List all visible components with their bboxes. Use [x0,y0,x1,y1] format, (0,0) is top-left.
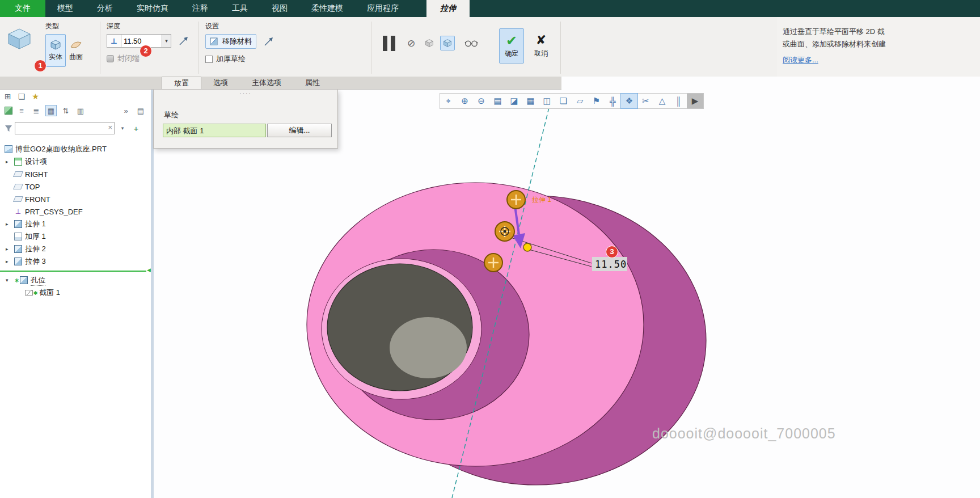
tree-node-extrude-2[interactable]: ▸ 拉伸 2 [0,243,151,255]
tree-node-label: 加厚 1 [25,231,46,242]
favorites-icon[interactable]: ★ [32,92,39,100]
tab-applications[interactable]: 应用程序 [355,0,411,17]
tab-body-options[interactable]: 主体选项 [240,77,293,89]
panel-drag-handle[interactable]: ···· [239,90,251,96]
flip-direction-icon [178,35,189,47]
spin-center-icon[interactable]: ╬ [605,94,621,108]
thicken-sketch-checkbox[interactable] [205,56,213,63]
saved-orientations-icon[interactable]: ❏ [555,94,572,108]
tree-node-csys[interactable]: ⊥ PRT_CSYS_DEF [0,205,151,218]
tree-node-design-items[interactable]: ▸ 设计项 [0,155,151,168]
tab-flexible-modeling[interactable]: 柔性建模 [299,0,355,17]
flip-depth-direction-button[interactable] [177,34,191,48]
tab-live-simulation[interactable]: 实时仿真 [125,0,180,17]
insert-here-locator[interactable]: ◀ [0,268,151,273]
datum-display-icon[interactable]: ▱ [572,94,588,108]
reference-point-handle[interactable] [523,243,531,251]
filter-dropdown-icon[interactable]: ▾ [117,123,128,134]
tab-tools[interactable]: 工具 [220,0,260,17]
no-preview-button[interactable]: ⊘ [404,36,419,50]
tree-node-label: RIGHT [25,170,48,179]
depth-drag-handle-bottom[interactable] [484,254,502,272]
list-view-icon[interactable]: ≡ [16,105,27,116]
tree-node-top-plane[interactable]: TOP [0,180,151,193]
file-menu-button[interactable]: 文件 [0,0,45,17]
depth-dimension[interactable]: 11.50 [595,259,627,270]
report-icon[interactable]: ▤ [135,105,146,116]
sort-icon[interactable]: ⇅ [60,105,71,116]
extrude-tool-button[interactable] [5,25,34,53]
tab-analysis[interactable]: 分析 [85,0,125,17]
annotation-display-icon[interactable]: ⚑ [588,94,605,108]
attached-preview-button[interactable] [440,36,455,50]
tree-node-section-1[interactable]: ∗ 截面 1 [0,286,151,299]
flip-material-side-button[interactable] [262,35,276,48]
tree-node-label: 拉伸 1 [25,219,46,229]
expand-icon[interactable]: ▸ [6,259,14,264]
surface-button[interactable]: 曲面 [66,34,86,67]
clear-search-icon[interactable]: × [108,123,112,132]
alert-icon[interactable]: △ [654,94,670,108]
section-icon[interactable]: ◫ [539,94,555,108]
tab-placement[interactable]: 放置 [162,77,201,89]
tab-view[interactable]: 视图 [260,0,299,17]
ok-button[interactable]: ✔ 确定 [499,28,524,64]
tree-node-hole-feature[interactable]: ▾ ∗ 孔位 [0,274,151,286]
tab-extrude-active[interactable]: 拉伸 [426,0,470,17]
zoom-in-icon[interactable]: ⊕ [457,94,473,108]
sketch-icon [25,290,33,296]
tree-structure-icon[interactable]: ⊞ [5,92,11,100]
shading-icon[interactable]: ◪ [506,94,522,108]
show-part-icon[interactable] [5,107,12,115]
refit-icon[interactable]: ⌖ [440,94,457,108]
columns-icon[interactable]: ▥ [75,105,86,116]
depth-drag-handle-top[interactable] [507,191,525,209]
preview-feature-button[interactable] [464,36,479,50]
tab-options[interactable]: 选项 [201,77,240,89]
detail-view-icon[interactable]: ≣ [31,105,42,116]
solid-button[interactable]: 实体 [45,34,66,67]
dragger-icon[interactable]: ❖ [621,94,637,108]
tree-node-extrude-1[interactable]: ▸ 拉伸 1 [0,218,151,230]
tree-search-input[interactable] [15,122,115,134]
add-filter-icon[interactable]: + [130,123,142,134]
collapse-icon[interactable]: ▾ [6,277,14,283]
cancel-button[interactable]: ✘ 取消 [529,28,554,64]
repaint-icon[interactable]: ▤ [489,94,506,108]
sketch-collector-field[interactable]: 内部 截面 1 [163,124,266,137]
type-group: 类型 实体 曲面 [45,22,86,67]
tab-model[interactable]: 模型 [45,0,85,17]
extrude-feature-icon [20,276,28,284]
display-style-icon[interactable]: ▦ [522,94,539,108]
expand-icon[interactable]: ▸ [6,221,14,227]
step-forward-icon[interactable]: ▶ [687,94,703,108]
tab-annotate[interactable]: 注释 [180,0,220,17]
edit-sketch-button[interactable]: 编辑... [267,124,332,137]
thicken-sketch-option[interactable]: 加厚草绘 [205,54,276,64]
zoom-out-icon[interactable]: ⊖ [473,94,489,108]
depth-type-button[interactable]: ⊥ [107,34,121,48]
bore-bottom-face[interactable] [390,317,467,378]
unattached-preview-button[interactable] [422,36,437,50]
sketch-label: 草绘 [164,110,179,120]
tree-node-extrude-3[interactable]: ▸ 拉伸 3 [0,255,151,268]
pause-icon[interactable]: ║ [670,94,687,108]
tree-node-front-plane[interactable]: FRONT [0,193,151,205]
expand-icon[interactable]: ▸ [6,246,14,252]
component-drag-icon[interactable]: ✂ [637,94,654,108]
datum-plane-icon [13,196,23,202]
pause-button[interactable] [379,33,399,53]
read-more-link[interactable]: 阅读更多... [783,54,818,66]
duplicate-window-icon[interactable]: ❏ [18,92,26,100]
anchor-drag-handle[interactable] [495,222,514,241]
overflow-chevrons-icon[interactable]: » [120,105,132,116]
tree-node-label: 拉伸 3 [25,256,46,267]
remove-material-button[interactable]: 移除材料 [205,34,256,49]
tree-node-thicken-1[interactable]: 加厚 1 [0,230,151,243]
tree-root-node[interactable]: 博世GO2桌面收纳底座.PRT [0,143,151,155]
tab-properties[interactable]: 属性 [293,77,332,89]
depth-dropdown-button[interactable]: ▾ [162,34,171,48]
grid-view-button[interactable]: ▦ [45,105,57,116]
expand-icon[interactable]: ▸ [6,159,14,164]
tree-node-right-plane[interactable]: RIGHT [0,168,151,180]
